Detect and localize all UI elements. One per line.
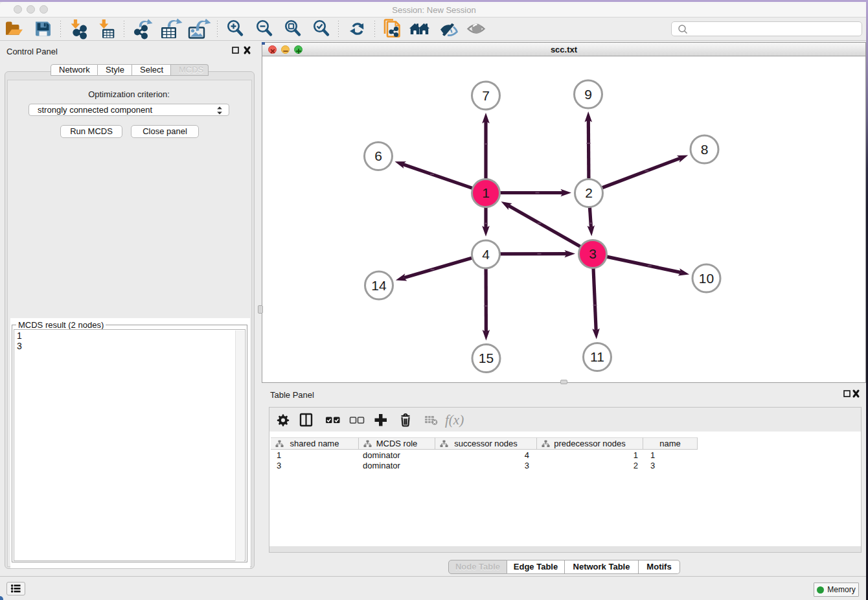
- svg-text:2: 2: [585, 185, 593, 200]
- svg-text:1: 1: [482, 185, 490, 200]
- svg-text:15: 15: [479, 351, 494, 365]
- svg-text:f(x): f(x): [445, 412, 464, 428]
- svg-text:7: 7: [482, 88, 490, 103]
- svg-text:9: 9: [584, 87, 592, 102]
- svg-text:10: 10: [699, 271, 714, 286]
- svg-text:8: 8: [701, 142, 709, 157]
- svg-text:3: 3: [589, 246, 597, 261]
- svg-text:11: 11: [590, 349, 604, 364]
- svg-text:6: 6: [374, 148, 382, 163]
- svg-text:4: 4: [482, 247, 490, 262]
- svg-text:14: 14: [371, 278, 387, 293]
